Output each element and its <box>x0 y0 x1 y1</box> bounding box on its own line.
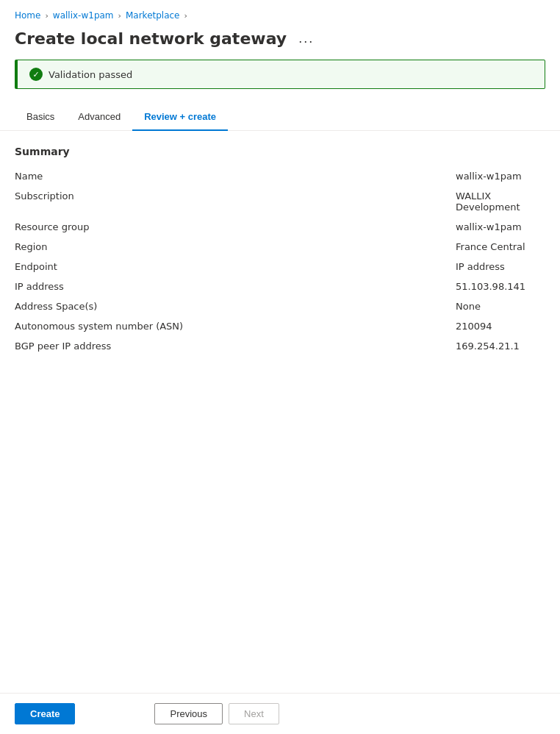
summary-row-label: Region <box>15 241 456 252</box>
validation-check-icon <box>29 68 43 81</box>
summary-row-value: France Central <box>456 241 545 252</box>
summary-row-value: None <box>456 301 545 312</box>
table-row: Autonomous system number (ASN)210094 <box>15 316 545 336</box>
table-row: SubscriptionWALLIX Development <box>15 186 545 217</box>
summary-row-value: 51.103.98.141 <box>456 281 545 292</box>
more-options-button[interactable]: ... <box>294 29 318 48</box>
tab-basics[interactable]: Basics <box>15 104 66 131</box>
summary-row-value: WALLIX Development <box>456 190 545 213</box>
footer: Create Previous Next <box>0 693 560 734</box>
table-row: Resource groupwallix-w1pam <box>15 217 545 237</box>
table-row: EndpointIP address <box>15 257 545 277</box>
summary-row-label: Autonomous system number (ASN) <box>15 321 456 332</box>
breadcrumb-marketplace[interactable]: Marketplace <box>126 10 180 21</box>
tab-bar: Basics Advanced Review + create <box>0 104 560 131</box>
summary-row-label: IP address <box>15 281 456 292</box>
create-button[interactable]: Create <box>15 703 75 724</box>
validation-text: Validation passed <box>49 69 132 80</box>
summary-row-label: BGP peer IP address <box>15 341 456 352</box>
summary-row-value: IP address <box>456 261 545 272</box>
breadcrumb-sep-3: › <box>184 11 187 21</box>
page-title: Create local network gateway <box>15 29 287 48</box>
page-title-row: Create local network gateway ... <box>0 26 560 60</box>
summary-row-value: wallix-w1pam <box>456 221 545 232</box>
summary-row-label: Subscription <box>15 190 456 213</box>
breadcrumb-home[interactable]: Home <box>15 10 40 21</box>
table-row: RegionFrance Central <box>15 237 545 257</box>
summary-row-label: Resource group <box>15 221 456 232</box>
summary-row-value: 169.254.21.1 <box>456 341 545 352</box>
breadcrumb-resource[interactable]: wallix-w1pam <box>53 10 114 21</box>
summary-row-label: Address Space(s) <box>15 301 456 312</box>
table-row: Address Space(s)None <box>15 296 545 316</box>
breadcrumb-sep-2: › <box>118 11 121 21</box>
summary-row-value: wallix-w1pam <box>456 171 545 182</box>
summary-row-value: 210094 <box>456 321 545 332</box>
tab-advanced[interactable]: Advanced <box>66 104 132 131</box>
summary-section: Summary Namewallix-w1pamSubscriptionWALL… <box>0 146 560 356</box>
previous-button[interactable]: Previous <box>154 703 223 724</box>
next-button: Next <box>229 703 279 724</box>
summary-table: Namewallix-w1pamSubscriptionWALLIX Devel… <box>15 166 545 356</box>
table-row: IP address51.103.98.141 <box>15 277 545 296</box>
table-row: Namewallix-w1pam <box>15 166 545 186</box>
breadcrumb: Home › wallix-w1pam › Marketplace › <box>0 0 560 26</box>
table-row: BGP peer IP address169.254.21.1 <box>15 336 545 356</box>
summary-row-label: Endpoint <box>15 261 456 272</box>
breadcrumb-sep-1: › <box>45 11 48 21</box>
validation-banner: Validation passed <box>15 60 545 89</box>
tab-review-create[interactable]: Review + create <box>132 104 228 131</box>
summary-heading: Summary <box>15 146 545 157</box>
summary-row-label: Name <box>15 171 456 182</box>
